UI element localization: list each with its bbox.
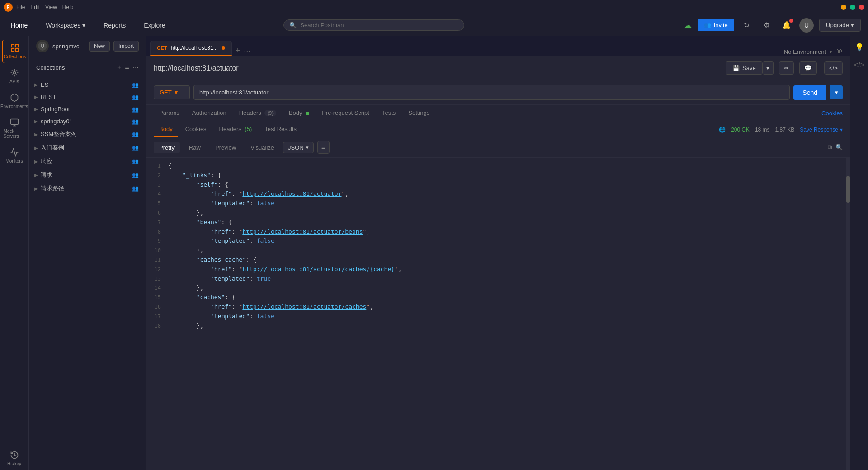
search-bar[interactable]: 🔍 (283, 19, 464, 31)
code-line-18: 18 }, (146, 321, 850, 331)
req-tab-params[interactable]: Params (154, 105, 185, 122)
send-dropdown-button[interactable]: ▾ (830, 85, 843, 99)
invite-button[interactable]: 👥 Invite (698, 19, 734, 31)
bell-icon-button[interactable]: 🔔 (779, 18, 794, 33)
more-tabs-icon[interactable]: ··· (244, 46, 250, 56)
code-line-8: 8 "href": "http://localhost:81/actuator/… (146, 227, 850, 237)
maximize-button[interactable] (850, 5, 855, 10)
wrap-button[interactable]: ≡ (317, 141, 330, 154)
collection-response[interactable]: ▶ 响应 👥 (29, 155, 146, 168)
collection-intro[interactable]: ▶ 入门案例 👥 (29, 141, 146, 155)
save-response-button[interactable]: Save Response ▾ (800, 127, 843, 133)
unsaved-dot (222, 46, 225, 50)
format-type-selector[interactable]: JSON ▾ (283, 142, 314, 153)
no-environment-label[interactable]: No Environment (784, 48, 826, 55)
code-line-5: 5 "templated": false (146, 199, 850, 208)
copy-icon[interactable]: ⧉ (828, 144, 832, 151)
right-panel-code-icon[interactable]: </> (852, 58, 867, 72)
req-tab-authorization[interactable]: Authorization (187, 105, 232, 122)
cookies-link[interactable]: Cookies (821, 110, 843, 117)
method-selector[interactable]: GET ▾ (154, 85, 190, 99)
collection-springday01[interactable]: ▶ springday01 👥 (29, 115, 146, 127)
req-tab-tests[interactable]: Tests (377, 105, 401, 122)
send-button[interactable]: Send (793, 85, 826, 100)
avatar[interactable]: U (799, 18, 814, 33)
sidebar-item-collections[interactable]: Collections (2, 40, 27, 63)
res-tab-headers[interactable]: Headers (5) (214, 122, 258, 137)
code-line-7: 7 "beans": { (146, 218, 850, 227)
collection-ssm[interactable]: ▶ SSM整合案例 👥 (29, 127, 146, 141)
nav-reports[interactable]: Reports (100, 20, 129, 31)
history-label: History (7, 461, 21, 466)
visualize-button[interactable]: Visualize (245, 142, 279, 153)
url-input[interactable] (193, 85, 790, 100)
svg-rect-7 (10, 119, 18, 125)
collection-springboot[interactable]: ▶ SpringBoot 👥 (29, 103, 146, 115)
environments-icon (10, 93, 19, 102)
collection-request-path[interactable]: ▶ 请求路径 👥 (29, 182, 146, 195)
sidebar-item-mock-servers[interactable]: Mock Servers (2, 114, 27, 142)
res-tab-body[interactable]: Body (154, 122, 178, 137)
code-line-2: 2 "_links": { (146, 171, 850, 180)
vertical-scrollbar[interactable] (846, 158, 850, 470)
caches-cache-link[interactable]: http://localhost:81/actuator/caches/{cac… (242, 266, 395, 273)
apis-icon (10, 68, 19, 77)
refresh-icon-button[interactable]: ↻ (740, 18, 754, 33)
beans-link[interactable]: http://localhost:81/actuator/beans (242, 228, 363, 235)
req-tab-body[interactable]: Body (283, 105, 315, 122)
collection-request[interactable]: ▶ 请求 👥 (29, 168, 146, 182)
pretty-button[interactable]: Pretty (154, 142, 180, 153)
sidebar-item-environments[interactable]: Environments (2, 89, 27, 113)
new-button[interactable]: New (89, 41, 110, 52)
sidebar-icons: Collections APIs Environments Mock Serve… (0, 36, 29, 470)
edit-button[interactable]: ✏ (779, 61, 794, 75)
menu-help[interactable]: Help (62, 4, 74, 10)
raw-button[interactable]: Raw (184, 142, 206, 153)
collection-rest[interactable]: ▶ REST 👥 (29, 91, 146, 103)
search-icon[interactable]: 🔍 (835, 144, 843, 151)
preview-button[interactable]: Preview (210, 142, 241, 153)
req-tab-prerequest[interactable]: Pre-request Script (316, 105, 375, 122)
actuator-link[interactable]: http://localhost:81/actuator (242, 190, 341, 197)
settings-icon-button[interactable]: ⚙ (760, 18, 774, 33)
menu-edit[interactable]: Edit (30, 4, 40, 10)
import-button[interactable]: Import (113, 41, 139, 52)
search-icon: 🔍 (289, 22, 297, 28)
sort-icon[interactable]: ≡ (125, 63, 129, 71)
code-line-12: 12 "href": "http://localhost:81/actuator… (146, 265, 850, 274)
env-eye-icon[interactable]: 👁 (835, 47, 843, 56)
add-collection-icon[interactable]: + (117, 63, 121, 71)
scrollbar-thumb[interactable] (846, 176, 850, 203)
menu-view[interactable]: View (45, 4, 57, 10)
nav-explore[interactable]: Explore (140, 20, 169, 31)
save-dropdown-button[interactable]: ▾ (763, 61, 774, 75)
req-tab-headers[interactable]: Headers (9) (234, 105, 282, 122)
search-input[interactable] (300, 22, 458, 28)
svg-point-6 (13, 72, 15, 74)
close-button[interactable] (859, 5, 864, 10)
res-tab-test-results[interactable]: Test Results (259, 122, 302, 137)
nav-workspaces[interactable]: Workspaces ▾ (42, 20, 89, 31)
sidebar-item-monitors[interactable]: Monitors (2, 144, 27, 167)
more-options-icon[interactable]: ··· (133, 63, 139, 71)
add-tab-icon[interactable]: + (236, 46, 241, 56)
request-tab[interactable]: GET http://localhost:81... (150, 41, 232, 56)
code-button[interactable]: </> (824, 61, 843, 75)
sidebar-item-history[interactable]: History (2, 447, 27, 470)
req-tab-settings[interactable]: Settings (403, 105, 435, 122)
minimize-button[interactable] (841, 5, 846, 10)
save-button[interactable]: 💾 Save Response Save (726, 61, 763, 75)
nav-home[interactable]: Home (7, 20, 31, 31)
collection-name: SSM整合案例 (41, 130, 129, 138)
comment-button[interactable]: 💬 (799, 61, 817, 75)
res-tab-cookies[interactable]: Cookies (180, 122, 212, 137)
env-chevron-icon[interactable]: ▾ (830, 49, 832, 54)
sidebar-item-apis[interactable]: APIs (2, 65, 27, 88)
caches-link[interactable]: http://localhost:81/actuator/caches (242, 303, 366, 310)
sync-icon[interactable]: ☁ (683, 20, 692, 31)
menu-file[interactable]: File (16, 4, 25, 10)
svg-text:U: U (804, 22, 809, 29)
right-panel-lightbulb-icon[interactable]: 💡 (852, 40, 867, 54)
collection-es[interactable]: ▶ ES 👥 (29, 79, 146, 91)
upgrade-button[interactable]: Upgrade ▾ (819, 19, 861, 32)
